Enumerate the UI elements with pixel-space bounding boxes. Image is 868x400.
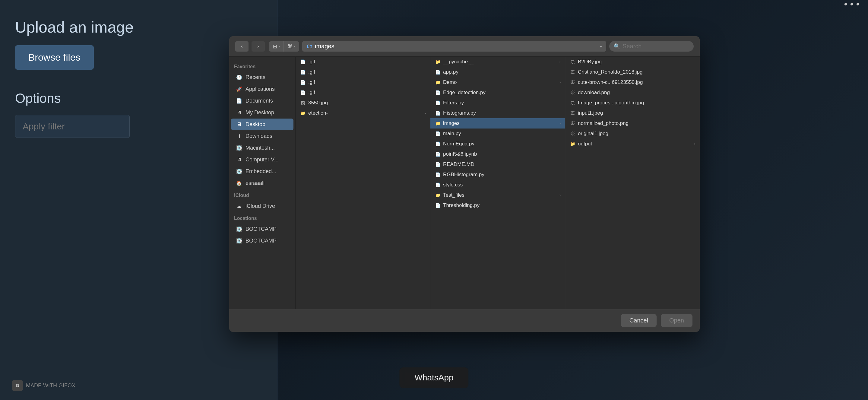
back-button[interactable]: ‹ bbox=[235, 41, 249, 52]
applications-icon: 🚀 bbox=[236, 86, 243, 92]
list-item[interactable]: 🖼 normalized_photo.png bbox=[565, 118, 700, 128]
chevron-right-icon: › bbox=[559, 121, 561, 125]
sidebar-item-bootcamp2[interactable]: 💽 BOOTCAMP bbox=[231, 235, 293, 246]
column-view-button[interactable]: ⊞ ▾ bbox=[269, 41, 283, 52]
sidebar-item-recents[interactable]: 🕐 Recents bbox=[231, 71, 293, 83]
column-view-chevron: ▾ bbox=[278, 44, 280, 48]
sidebar-item-bootcamp1[interactable]: 💽 BOOTCAMP bbox=[231, 223, 293, 235]
list-item[interactable]: 🖼 download.png bbox=[565, 88, 700, 98]
recents-label: Recents bbox=[246, 74, 266, 81]
file-name: point5&6.ipynb bbox=[443, 151, 561, 157]
file-icon: 🖼 bbox=[300, 100, 306, 106]
computer-icon: 🖥 bbox=[236, 156, 243, 163]
file-name: RGBHistogram.py bbox=[443, 172, 561, 178]
cancel-button[interactable]: Cancel bbox=[621, 314, 657, 327]
list-item[interactable]: 🖼 Cristiano_Ronaldo_2018.jpg bbox=[565, 67, 700, 77]
list-item[interactable]: 📁 __pycache__ › bbox=[430, 57, 565, 67]
file-name: normalized_photo.png bbox=[578, 120, 695, 126]
file-icon: 📄 bbox=[300, 69, 306, 75]
sidebar-item-embedded[interactable]: 💽 Embedded... bbox=[231, 165, 293, 177]
list-item[interactable]: 📄 .gif bbox=[296, 57, 430, 67]
dialog-content: Favorites 🕐 Recents 🚀 Applications 📄 Doc… bbox=[229, 57, 700, 309]
dialog-toolbar: ‹ › ⊞ ▾ ⌘ ▾ 🗂 images ▾ 🔍 bbox=[229, 36, 700, 57]
image-icon: 🖼 bbox=[569, 120, 576, 126]
sidebar-item-mydesktop[interactable]: 🖥 My Desktop bbox=[231, 107, 293, 118]
forward-button[interactable]: › bbox=[251, 41, 265, 52]
file-name: images bbox=[443, 120, 557, 126]
gifox-logo: G bbox=[12, 380, 23, 391]
list-item[interactable]: 📄 .gif bbox=[296, 77, 430, 88]
open-button[interactable]: Open bbox=[661, 314, 692, 327]
filter-input[interactable] bbox=[15, 115, 130, 138]
menu-dot-2 bbox=[850, 3, 853, 5]
file-name: README.MD bbox=[443, 161, 561, 167]
bootcamp2-icon: 💽 bbox=[236, 238, 243, 244]
macintosh-icon: 💽 bbox=[236, 145, 243, 151]
list-item[interactable]: 📄 Thresholding.py bbox=[430, 200, 565, 211]
list-item[interactable]: 📁 output › bbox=[565, 139, 700, 149]
icloud-label: iCloud bbox=[229, 189, 295, 200]
list-item[interactable]: 📄 .gif bbox=[296, 67, 430, 77]
sidebar-item-applications[interactable]: 🚀 Applications bbox=[231, 83, 293, 95]
file-icon: 📄 bbox=[435, 151, 441, 157]
file-icon: 📄 bbox=[300, 59, 306, 65]
list-item[interactable]: 📄 style.css bbox=[430, 180, 565, 190]
file-name: Image_proces...algorithm.jpg bbox=[578, 100, 695, 106]
file-name: Demo bbox=[443, 79, 557, 85]
list-item[interactable]: 📄 Histograms.py bbox=[430, 108, 565, 118]
list-view-button[interactable]: ⌘ ▾ bbox=[283, 41, 299, 52]
image-icon: 🖼 bbox=[569, 100, 576, 106]
list-item[interactable]: 📄 app.py bbox=[430, 67, 565, 77]
sidebar-item-macintosh[interactable]: 💽 Macintosh... bbox=[231, 142, 293, 154]
list-item[interactable]: 📄 NormEqua.py bbox=[430, 139, 565, 149]
file-icon: 📄 bbox=[435, 172, 441, 178]
chevron-right-icon: › bbox=[425, 111, 426, 115]
app-title: Upload an image bbox=[15, 18, 262, 36]
list-item[interactable]: 🖼 B2DBy.jpg bbox=[565, 57, 700, 67]
sidebar-item-downloads[interactable]: ⬇ Downloads bbox=[231, 130, 293, 142]
sidebar-item-esraaali[interactable]: 🏠 esraaali bbox=[231, 177, 293, 189]
list-item[interactable]: 📄 Edge_detection.py bbox=[430, 88, 565, 98]
list-item[interactable]: 📄 Filters.py bbox=[430, 98, 565, 108]
browse-files-button[interactable]: Browse files bbox=[15, 45, 94, 70]
list-item[interactable]: 📁 images › bbox=[430, 118, 565, 128]
locations-label: Locations bbox=[229, 212, 295, 223]
list-item[interactable]: 🖼 original1.jpeg bbox=[565, 128, 700, 139]
list-item[interactable]: 📄 README.MD bbox=[430, 159, 565, 170]
esraaali-label: esraaali bbox=[246, 180, 265, 186]
file-name: .gif bbox=[308, 79, 426, 85]
path-bar[interactable]: 🗂 images ▾ bbox=[302, 41, 606, 52]
sidebar-item-documents[interactable]: 📄 Documents bbox=[231, 95, 293, 106]
search-icon: 🔍 bbox=[614, 43, 620, 50]
list-view-chevron: ▾ bbox=[294, 44, 296, 48]
file-name: Edge_detection.py bbox=[443, 90, 561, 96]
macintosh-label: Macintosh... bbox=[246, 145, 275, 151]
list-item[interactable]: 📄 main.py bbox=[430, 128, 565, 139]
list-item[interactable]: 📁 etection- › bbox=[296, 108, 430, 118]
sidebar-item-icloud[interactable]: ☁ iCloud Drive bbox=[231, 200, 293, 212]
list-item[interactable]: 🖼 Image_proces...algorithm.jpg bbox=[565, 98, 700, 108]
list-item[interactable]: 🖼 cute-brown-c...69123550.jpg bbox=[565, 77, 700, 88]
list-item[interactable]: 📁 Demo › bbox=[430, 77, 565, 88]
search-input[interactable] bbox=[622, 43, 683, 50]
sidebar-item-desktop[interactable]: 🖥 Desktop bbox=[231, 119, 293, 130]
sidebar-item-computer[interactable]: 🖥 Computer V... bbox=[231, 154, 293, 165]
file-icon: 📄 bbox=[435, 141, 441, 147]
list-item[interactable]: 📄 .gif bbox=[296, 88, 430, 98]
image-icon: 🖼 bbox=[569, 79, 576, 85]
list-item[interactable]: 📁 Test_files › bbox=[430, 190, 565, 200]
list-item[interactable]: 🖼 3550.jpg bbox=[296, 98, 430, 108]
list-item[interactable]: 📄 RGBHistogram.py bbox=[430, 170, 565, 180]
path-bar-chevron: ▾ bbox=[600, 44, 602, 49]
whatsapp-button[interactable]: WhatsApp bbox=[399, 367, 468, 388]
file-name: Histograms.py bbox=[443, 110, 561, 116]
mydesktop-label: My Desktop bbox=[246, 110, 274, 116]
file-icon: 📄 bbox=[435, 110, 441, 116]
list-item[interactable]: 📄 point5&6.ipynb bbox=[430, 149, 565, 159]
file-name: cute-brown-c...69123550.jpg bbox=[578, 79, 695, 85]
gifox-label: MADE WITH GIFOX bbox=[26, 382, 75, 389]
file-pane-2: 📁 __pycache__ › 📄 app.py 📁 Demo › 📄 Edge… bbox=[430, 57, 565, 309]
chevron-right-icon: › bbox=[559, 193, 561, 197]
list-item[interactable]: 🖼 input1.jpeg bbox=[565, 108, 700, 118]
path-folder-icon: 🗂 bbox=[306, 43, 312, 50]
